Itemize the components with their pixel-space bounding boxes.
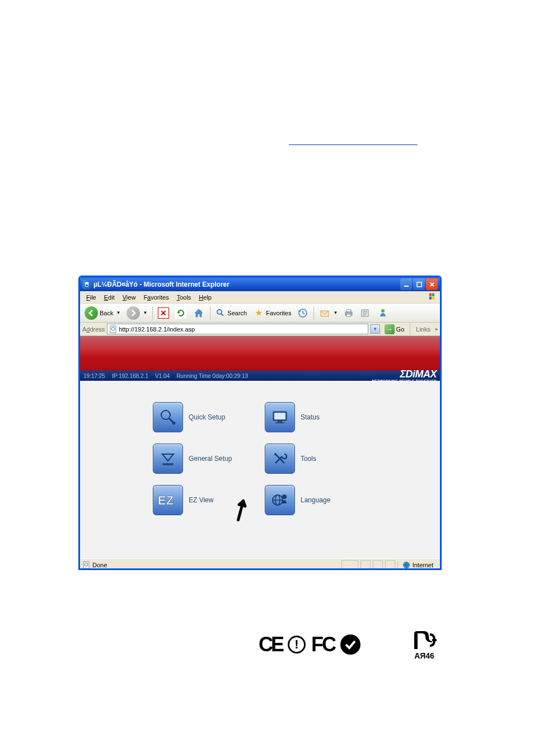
refresh-button[interactable] xyxy=(173,306,189,320)
address-separator xyxy=(410,323,410,336)
mail-icon xyxy=(319,307,330,319)
status-strip: 19:17:25 IP:192.168.2.1 V1.04 Running Ti… xyxy=(80,371,440,381)
ez-view-label: EZ View xyxy=(189,496,213,504)
svg-rect-1 xyxy=(404,286,409,287)
menu-help[interactable]: Help xyxy=(195,293,216,302)
quick-setup-icon xyxy=(153,402,183,432)
c-tick-mark xyxy=(340,634,360,655)
banner: 19:17:25 IP:192.168.2.1 V1.04 Running Ti… xyxy=(80,336,440,381)
status-panel xyxy=(341,560,358,570)
search-icon xyxy=(216,308,226,318)
menu-file[interactable]: File xyxy=(82,293,100,302)
address-dropdown[interactable]: ▼ xyxy=(371,324,380,334)
go-label: Go xyxy=(396,326,405,333)
tile-tools[interactable]: Tools xyxy=(265,439,377,478)
quick-setup-label: Quick Setup xyxy=(189,413,225,421)
menu-grid: Quick Setup Status General Setup Tools xyxy=(80,381,440,520)
status-icon xyxy=(265,402,295,432)
back-dropdown-icon: ▼ xyxy=(116,310,120,315)
pct-code: AЯ46 xyxy=(411,651,438,660)
done-icon xyxy=(82,561,90,569)
status-bar: Done Internet xyxy=(80,558,440,570)
tile-language[interactable]: Language xyxy=(265,480,377,520)
home-icon xyxy=(193,307,205,319)
history-button[interactable] xyxy=(295,306,311,320)
status-running: Running Time 0day:00:29:13 xyxy=(176,373,248,379)
svg-point-23 xyxy=(282,494,287,499)
home-button[interactable] xyxy=(190,306,207,320)
refresh-icon xyxy=(175,307,186,319)
windows-flag-icon xyxy=(429,292,439,301)
close-button[interactable] xyxy=(426,278,438,290)
search-label: Search xyxy=(227,310,247,316)
messenger-icon xyxy=(377,307,388,319)
menu-favorites[interactable]: Favorites xyxy=(139,293,172,302)
hyperlink-underline xyxy=(289,144,418,145)
svg-rect-18 xyxy=(162,463,174,465)
forward-dropdown-icon: ▼ xyxy=(143,310,147,315)
links-chevron-icon[interactable]: » xyxy=(435,326,438,332)
print-icon xyxy=(344,308,354,318)
svg-point-3 xyxy=(217,310,222,314)
menu-view[interactable]: View xyxy=(119,293,140,302)
status-done: Done xyxy=(92,562,339,568)
print-button[interactable] xyxy=(341,307,356,319)
menu-tools[interactable]: Tools xyxy=(173,293,195,302)
menu-bar: File Edit View Favorites Tools Help xyxy=(80,291,440,304)
status-ip: IP:192.168.2.1 xyxy=(112,373,148,379)
go-button[interactable]: → Go xyxy=(382,324,407,334)
maximize-button[interactable] xyxy=(413,278,425,290)
favorites-button[interactable]: ★ Favorites xyxy=(251,306,293,320)
status-panel xyxy=(385,560,395,570)
status-label: Status xyxy=(301,413,320,421)
tools-label: Tools xyxy=(301,455,316,463)
tile-status[interactable]: Status xyxy=(265,398,377,437)
title-bar: µL¼ÐÃD¤åYó - Microsoft Internet Explorer xyxy=(80,277,440,291)
stop-icon: ✕ xyxy=(158,307,169,319)
warning-mark: ! xyxy=(288,636,306,654)
address-input[interactable]: http://192.168.2.1/index.asp xyxy=(107,324,368,334)
minimize-button[interactable] xyxy=(400,278,412,290)
ez-view-icon: EZ xyxy=(153,485,183,515)
svg-point-13 xyxy=(161,410,170,419)
window-controls xyxy=(400,278,438,290)
general-setup-icon xyxy=(153,444,183,474)
edit-button[interactable] xyxy=(358,306,373,320)
ie-icon xyxy=(82,280,91,289)
toolbar: Back ▼ ▼ ✕ Search xyxy=(80,304,440,323)
status-panel xyxy=(360,560,371,570)
address-label: Address xyxy=(82,326,105,333)
search-button[interactable]: Search xyxy=(213,307,249,319)
stop-button[interactable]: ✕ xyxy=(156,306,171,320)
address-bar: Address http://192.168.2.1/index.asp ▼ →… xyxy=(80,323,440,336)
svg-rect-17 xyxy=(275,422,284,423)
messenger-button[interactable] xyxy=(375,306,391,320)
fcc-mark: FC xyxy=(311,633,335,656)
window-title: µL¼ÐÃD¤åYó - Microsoft Internet Explorer xyxy=(93,281,400,288)
forward-button[interactable]: ▼ xyxy=(124,305,149,321)
forward-icon xyxy=(127,306,140,320)
security-zone: Internet xyxy=(397,561,438,569)
menu-edit[interactable]: Edit xyxy=(100,293,119,302)
general-setup-label: General Setup xyxy=(189,455,232,463)
history-icon xyxy=(297,307,308,319)
globe-icon xyxy=(402,561,410,569)
svg-rect-15 xyxy=(274,413,285,419)
tile-general-setup[interactable]: General Setup xyxy=(153,439,265,478)
page-content: 19:17:25 IP:192.168.2.1 V1.04 Running Ti… xyxy=(80,336,440,558)
toolbar-separator xyxy=(210,306,210,320)
links-label[interactable]: Links xyxy=(414,326,433,333)
back-button[interactable]: Back ▼ xyxy=(82,305,123,321)
browser-window: µL¼ÐÃD¤åYó - Microsoft Internet Explorer… xyxy=(78,276,442,570)
back-icon xyxy=(85,306,98,320)
mail-dropdown-icon: ▼ xyxy=(333,310,338,315)
status-time: 19:17:25 xyxy=(83,373,105,379)
toolbar-separator xyxy=(152,306,153,320)
mail-button[interactable]: ▼ xyxy=(317,306,340,320)
tile-quick-setup[interactable]: Quick Setup xyxy=(153,398,265,437)
favorites-icon: ★ xyxy=(253,307,264,319)
address-url: http://192.168.2.1/index.asp xyxy=(119,326,366,333)
svg-rect-27 xyxy=(432,639,437,641)
language-icon xyxy=(265,485,295,515)
ce-mark: CE xyxy=(259,633,282,656)
